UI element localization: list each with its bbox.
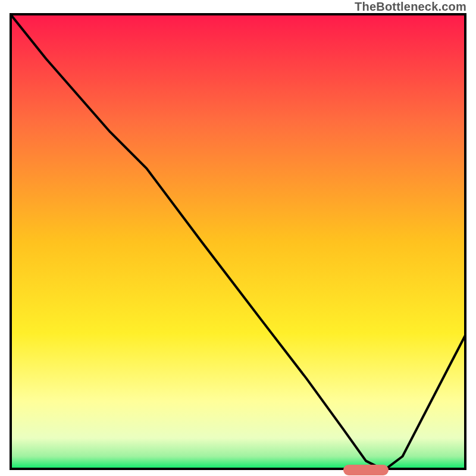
optimal-range-marker bbox=[343, 465, 389, 475]
watermark-text: TheBottleneck.com bbox=[355, 0, 466, 14]
chart-frame bbox=[10, 13, 466, 470]
